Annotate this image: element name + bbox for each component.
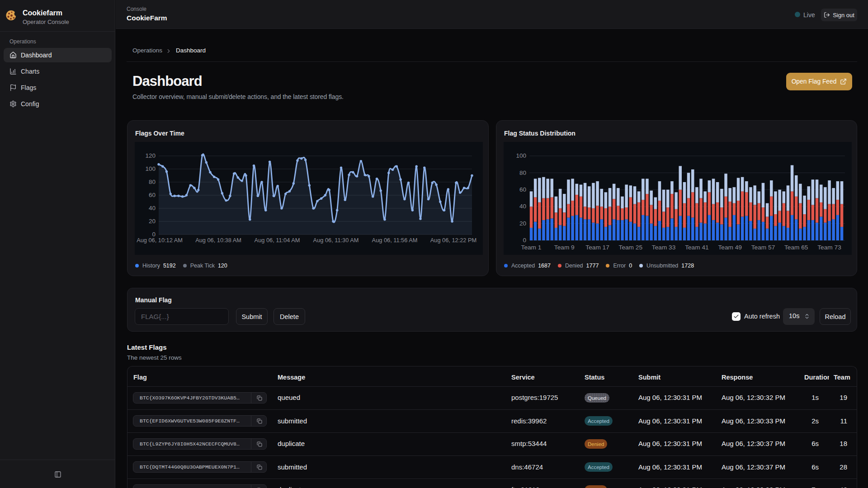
svg-text:Aug 06, 10:12 AM: Aug 06, 10:12 AM [137, 237, 183, 244]
svg-text:20: 20 [519, 220, 526, 227]
svg-text:60: 60 [149, 192, 156, 198]
svg-text:40: 40 [519, 203, 526, 210]
svg-text:Team 73: Team 73 [817, 244, 841, 251]
svg-text:120: 120 [145, 152, 156, 159]
svg-text:100: 100 [516, 152, 526, 159]
svg-text:Aug 06, 12:22 PM: Aug 06, 12:22 PM [430, 237, 476, 244]
svg-text:Team 57: Team 57 [751, 244, 775, 251]
svg-text:Aug 06, 10:38 AM: Aug 06, 10:38 AM [195, 237, 241, 244]
svg-text:Team 41: Team 41 [685, 244, 709, 251]
svg-text:100: 100 [145, 165, 156, 172]
svg-text:60: 60 [519, 186, 526, 193]
svg-text:20: 20 [149, 218, 156, 225]
svg-text:Team 17: Team 17 [585, 244, 609, 251]
svg-text:Aug 06, 11:30 AM: Aug 06, 11:30 AM [313, 237, 359, 244]
svg-text:Team 49: Team 49 [718, 244, 742, 251]
svg-text:Team 1: Team 1 [521, 244, 542, 251]
svg-text:Team 65: Team 65 [784, 244, 808, 251]
svg-text:Team 25: Team 25 [619, 244, 643, 251]
svg-text:0: 0 [523, 237, 526, 244]
svg-text:Team 33: Team 33 [652, 244, 676, 251]
svg-text:Team 9: Team 9 [554, 244, 575, 251]
svg-text:80: 80 [149, 178, 156, 185]
svg-text:Aug 06, 11:56 AM: Aug 06, 11:56 AM [372, 237, 418, 244]
svg-text:80: 80 [519, 169, 526, 176]
svg-text:Aug 06, 11:04 AM: Aug 06, 11:04 AM [255, 237, 300, 244]
svg-text:40: 40 [149, 205, 156, 211]
